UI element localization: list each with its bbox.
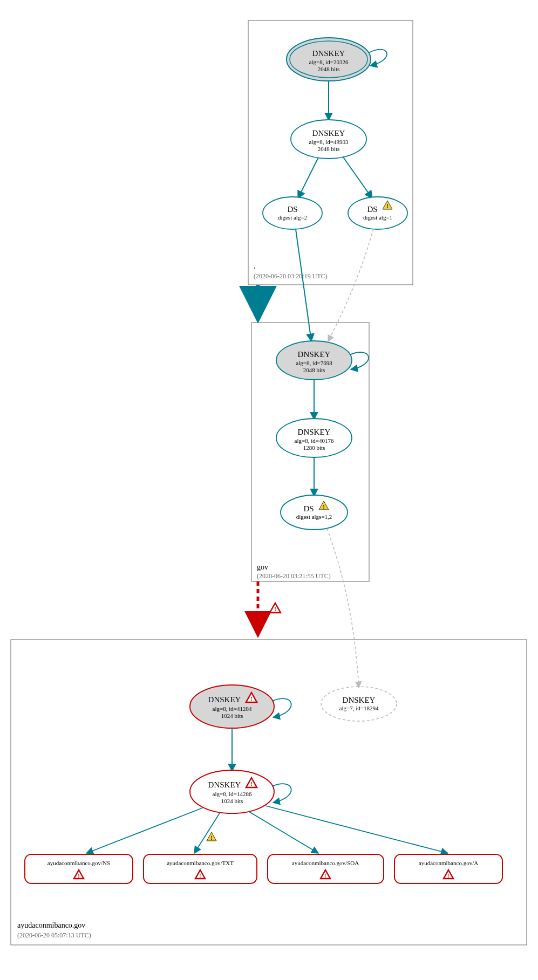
- selfloop-root-ksk: [369, 50, 387, 66]
- svg-text:DNSKEY: DNSKEY: [298, 350, 331, 359]
- selfloop-leaf-zsk: [272, 784, 291, 803]
- node-gov-ds: DS ! digest algs=1,2: [281, 495, 348, 530]
- zone-gov-label: gov: [257, 563, 268, 571]
- svg-text:alg=8, id=41284: alg=8, id=41284: [213, 705, 252, 712]
- svg-text:2048 bits: 2048 bits: [303, 367, 325, 373]
- svg-text:!: !: [78, 873, 79, 879]
- svg-text:alg=8, id=20326: alg=8, id=20326: [309, 59, 349, 65]
- svg-text:DNSKEY: DNSKEY: [312, 129, 345, 138]
- svg-text:digest algs=1,2: digest algs=1,2: [296, 513, 332, 520]
- svg-text:1024 bits: 1024 bits: [221, 798, 243, 804]
- svg-text:1280 bits: 1280 bits: [303, 444, 325, 451]
- svg-text:2048 bits: 2048 bits: [318, 146, 340, 152]
- node-root-ds1: DS ! digest alg=1: [348, 197, 407, 229]
- svg-text:digest alg=1: digest alg=1: [363, 214, 392, 221]
- svg-text:2048 bits: 2048 bits: [318, 66, 340, 72]
- warning-icon: !: [207, 832, 216, 841]
- zone-root: . (2020-06-20 03:20:19 UTC) DNSKEY alg=8…: [248, 20, 413, 341]
- selfloop-leaf-ksk: [272, 698, 291, 717]
- svg-text:ayudaconmibanco.gov/SOA: ayudaconmibanco.gov/SOA: [292, 860, 359, 866]
- svg-text:!: !: [250, 695, 253, 702]
- node-root-zsk: DNSKEY alg=8, id=48903 2048 bits: [291, 120, 366, 159]
- svg-text:DNSKEY: DNSKEY: [298, 428, 331, 436]
- svg-text:digest alg=2: digest alg=2: [278, 214, 307, 221]
- zone-leaf-time: (2020-06-20 05:07:13 UTC): [17, 931, 91, 939]
- record-ns: ayudaconmibanco.gov/NS !: [25, 854, 133, 883]
- svg-text:alg=8, id=40176: alg=8, id=40176: [295, 437, 334, 444]
- svg-point-26: [281, 495, 348, 530]
- edge-zsk-ns: [86, 808, 202, 853]
- svg-text:!: !: [447, 873, 449, 879]
- node-gov-zsk: DNSKEY alg=8, id=40176 1280 bits: [276, 419, 352, 457]
- svg-text:!: !: [210, 834, 213, 841]
- record-a: ayudaconmibanco.gov/A !: [394, 854, 502, 883]
- svg-text:DNSKEY: DNSKEY: [312, 49, 345, 58]
- svg-text:!: !: [386, 203, 389, 209]
- selfloop-gov-ksk: [350, 352, 369, 369]
- svg-text:DS: DS: [303, 504, 314, 513]
- node-leaf-ghost: DNSKEY alg=7, id=18294: [321, 687, 397, 721]
- node-root-ds2: DS digest alg=2: [263, 197, 322, 229]
- svg-text:!: !: [324, 873, 326, 879]
- svg-text:alg=8, id=14286: alg=8, id=14286: [213, 791, 252, 797]
- svg-text:ayudaconmibanco.gov/NS: ayudaconmibanco.gov/NS: [47, 860, 110, 866]
- svg-text:DNSKEY: DNSKEY: [208, 780, 241, 789]
- edge-zsk-txt: [194, 812, 220, 853]
- node-gov-ksk: DNSKEY alg=8, id=7698 2048 bits: [276, 341, 352, 380]
- record-soa: ayudaconmibanco.gov/SOA !: [268, 854, 384, 883]
- zone-leaf-label: ayudaconmibanco.gov: [17, 921, 85, 929]
- svg-text:!: !: [199, 873, 201, 879]
- error-icon: !: [270, 603, 281, 613]
- svg-text:DNSKEY: DNSKEY: [208, 695, 241, 704]
- edge-rootzsk-ds2: [298, 157, 318, 198]
- svg-text:alg=8, id=48903: alg=8, id=48903: [309, 139, 349, 145]
- svg-text:!: !: [274, 606, 276, 612]
- svg-text:DNSKEY: DNSKEY: [343, 696, 376, 704]
- record-txt: ayudaconmibanco.gov/TXT !: [144, 854, 257, 883]
- svg-text:DS: DS: [367, 205, 377, 214]
- svg-text:!: !: [323, 503, 325, 510]
- edge-zsk-a: [265, 806, 448, 853]
- svg-text:alg=8, id=7698: alg=8, id=7698: [296, 360, 332, 366]
- zone-gov-time: (2020-06-20 03:21:55 UTC): [257, 572, 331, 580]
- node-leaf-ksk: DNSKEY ! alg=8, id=41284 1024 bits: [190, 685, 274, 728]
- svg-text:DS: DS: [287, 205, 297, 214]
- node-leaf-zsk: DNSKEY ! alg=8, id=14286 1024 bits: [190, 770, 274, 813]
- edge-rootzsk-ds1: [343, 156, 372, 198]
- node-root-ksk: DNSKEY alg=8, id=20326 2048 bits: [287, 38, 371, 81]
- zone-root-time: (2020-06-20 03:20:19 UTC): [254, 272, 328, 280]
- zone-gov: gov (2020-06-20 03:21:55 UTC) DNSKEY alg…: [251, 323, 369, 581]
- svg-text:ayudaconmibanco.gov/TXT: ayudaconmibanco.gov/TXT: [167, 860, 234, 866]
- dnssec-graph: . (2020-06-20 03:20:19 UTC) DNSKEY alg=8…: [0, 0, 538, 980]
- svg-text:1024 bits: 1024 bits: [221, 712, 243, 719]
- zone-root-label: .: [254, 262, 256, 270]
- svg-text:alg=7, id=18294: alg=7, id=18294: [339, 705, 379, 711]
- svg-text:ayudaconmibanco.gov/A: ayudaconmibanco.gov/A: [419, 860, 478, 866]
- zone-leaf: ayudaconmibanco.gov (2020-06-20 05:07:13…: [11, 640, 527, 945]
- svg-text:!: !: [250, 780, 253, 787]
- edge-zsk-soa: [248, 811, 318, 853]
- svg-point-13: [348, 197, 407, 229]
- edge-ds2-govksk: [296, 229, 311, 341]
- edge-govds-leafghost: [327, 529, 359, 688]
